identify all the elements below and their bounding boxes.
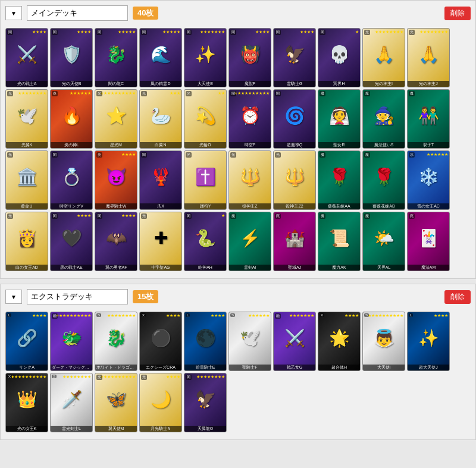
card-item[interactable]: ★★★★★★★★★★S👼大天使I (362, 312, 405, 371)
card-item[interactable]: ★★★★★★★融⚔️戦乙女G (273, 312, 316, 371)
card-item[interactable]: ★★★★★★★★★★光🦋翼天使M (95, 373, 137, 432)
card-item[interactable]: 罠🏰聖域AJ (273, 212, 316, 271)
card-label: 翼天使M (95, 426, 137, 432)
card-item[interactable]: ★★★★★★水❄️雪の女王AC (407, 150, 450, 210)
card-art: 🖤 (51, 212, 92, 265)
card-item[interactable]: ★★★★L🌑暗黒騎士E (184, 312, 227, 371)
card-inner: ★★★★X🌟超合体H (318, 312, 360, 370)
card-type-badge: 闇 (52, 213, 58, 219)
card-item[interactable]: ★★★★L🔗リンクA (5, 312, 48, 371)
card-inner: ★★★★★★★★光🙏光の神主J (408, 29, 449, 87)
card-label: ダーク・マジック・ドラゴン (51, 365, 92, 370)
card-item[interactable]: ★★★★★★炎🔥炎の神L (50, 89, 93, 149)
card-item[interactable]: 魔📜魔力AK (318, 212, 361, 271)
card-item[interactable]: ★★★★★★★★★★闇⏰時空P (228, 89, 271, 149)
card-item[interactable]: ★★★★闇🦇翼の勇者AF (95, 212, 137, 271)
card-item[interactable]: ★★★★★闇🐉闇の龍C (95, 28, 137, 87)
card-item[interactable]: ★★★光🦢白翼N (139, 89, 182, 149)
card-inner: ★★★★闇🖤黒の戦士AE (51, 212, 92, 271)
card-item[interactable]: 闇🌀超魔導Q (273, 89, 316, 149)
card-art: 🏛️ (6, 151, 48, 203)
card-inner: 光🔱役神主Z (229, 151, 271, 209)
card-item[interactable]: 魔👫双子T (407, 89, 450, 149)
card-inner: 闇🦞爪X (140, 151, 181, 209)
card-art: 🐉 (95, 312, 137, 365)
extra-deck-name-input[interactable] (27, 289, 128, 304)
card-item[interactable]: 魔🌹薔薇花嫁AA (318, 150, 361, 210)
card-type-badge: 罠 (409, 213, 415, 219)
card-item[interactable]: 罠🃏魔法AM (407, 212, 450, 271)
card-item[interactable]: ★闇🐍蛇神AH (184, 212, 227, 271)
card-item[interactable]: 魔🌤️天界AL (362, 212, 405, 271)
card-item[interactable]: 光✚十字架AG (139, 212, 182, 271)
card-item[interactable]: ★★★★闇🖤黒の戦士AE (50, 212, 93, 271)
card-art: ⭐ (95, 90, 137, 142)
card-item[interactable]: 光🔱役神主Z (228, 150, 271, 210)
card-label: 光の戦士A (6, 81, 48, 87)
card-type-badge: L (186, 313, 190, 317)
card-item[interactable]: 魔⚡霊剣AI (228, 212, 271, 271)
card-item[interactable]: ★★光💫光輪O (184, 89, 227, 149)
card-art: 🐲 (51, 312, 92, 365)
main-deck-name-input[interactable] (27, 5, 128, 21)
card-item[interactable]: ★★★★光🌙月光騎士N (139, 373, 182, 432)
card-item[interactable]: 魔🧙魔法使いS (362, 89, 405, 149)
card-type-badge: 光 (96, 91, 102, 96)
card-item[interactable]: ★★★★★★★★★★融🐲ダーク・マジック・ドラゴン (50, 312, 93, 371)
card-item[interactable]: ★★★★炎😈魔界騎士W (95, 150, 137, 210)
card-item[interactable]: 魔👰聖女R (318, 89, 361, 149)
card-type-badge: 光 (141, 213, 147, 219)
main-deck-dropdown[interactable]: ▼ (5, 6, 22, 20)
card-item[interactable]: ★★★★X⚫エクシーズCRA (139, 312, 182, 371)
card-item[interactable]: 魔🌹薔薇花嫁AB (362, 150, 405, 210)
card-stars: ★★★★★★★★★★ (100, 375, 136, 379)
card-type-badge: 光 (7, 91, 13, 96)
card-item[interactable]: ★★★★闇⚔️光の戦士A (5, 28, 48, 87)
card-item[interactable]: 闇🦞爪X (139, 150, 182, 210)
card-inner: 闇💍時空リングV (51, 151, 92, 209)
card-item[interactable]: ★★★★闇🦅霊騎士G (273, 28, 316, 87)
card-art: 🌊 (140, 29, 181, 81)
card-item[interactable]: ★★★★闇👹魔獣F (228, 28, 271, 87)
card-item[interactable]: ★★★★★★★闇✨大天使E (184, 28, 227, 87)
card-item[interactable]: ★★★★★★★★★★X👑光の女王K (5, 373, 48, 432)
card-item[interactable]: ★★★★★★★★光🙏光の神主I (362, 28, 405, 87)
card-art: 🌟 (318, 312, 360, 365)
card-label: 大天使I (363, 365, 405, 370)
card-art: 👼 (363, 312, 405, 365)
card-stars: ★★★★★★★★ (419, 30, 448, 34)
card-item[interactable]: ★★★★★★★★光🙏光の神主J (407, 28, 450, 87)
card-item[interactable]: 光🔱役神主Z2 (273, 150, 316, 210)
extra-deck-cards-grid: ★★★★L🔗リンクA★★★★★★★★★★融🐲ダーク・マジック・ドラゴン★★★★★… (5, 309, 471, 435)
card-art: 🌤️ (363, 212, 405, 265)
card-item[interactable]: ★★★★★★★★S🐉ホワイト・ドラゴンB (95, 312, 137, 371)
card-item[interactable]: 闇💍時空リングV (50, 150, 93, 210)
extra-deck-dropdown[interactable]: ▼ (5, 290, 22, 304)
card-item[interactable]: ★★★★★★★★S🗡️霊光剣士L (50, 373, 93, 432)
card-inner: ★闇🐍蛇神AH (184, 212, 226, 271)
card-item[interactable]: ★★★★★★S🕊️聖騎士F (228, 312, 271, 371)
card-item[interactable]: ★★★★★★★★闇🦅天翼龍O (184, 373, 227, 432)
card-type-badge: 闇 (186, 213, 192, 219)
card-type-badge: 光 (141, 375, 147, 380)
card-art: 👑 (6, 373, 48, 426)
dropdown-arrow-icon-extra: ▼ (11, 294, 17, 300)
card-label: 月光騎士N (140, 426, 181, 432)
card-item[interactable]: ★★★★闇🛡️光の天使B (50, 28, 93, 87)
card-item[interactable]: 光🏛️黄金U (5, 150, 48, 210)
extra-deck-delete-button[interactable]: 削除 (444, 290, 471, 304)
card-type-badge: 光 (7, 152, 13, 158)
card-type-badge: 闇 (275, 91, 281, 96)
card-item[interactable]: ★★★★★闇🌊風の精霊D (139, 28, 182, 87)
card-item[interactable]: 光👸白の女王AD (5, 212, 48, 271)
card-item[interactable]: ★★★★L✨超大天使J (407, 312, 450, 371)
card-stars: ★★★★★★★★ (107, 313, 136, 318)
card-item[interactable]: ★闇💀冥界H (318, 28, 361, 87)
card-item[interactable]: ★★★★★★★★★★光⭐星光M (95, 89, 137, 149)
card-item[interactable]: ★★★★★★★★光🕊️光翼K (5, 89, 48, 149)
card-item[interactable]: 光✝️護符Y (184, 150, 227, 210)
main-deck-delete-button[interactable]: 削除 (444, 7, 471, 20)
card-label: 星光M (95, 142, 137, 148)
card-inner: ★★★★★闇🐉闇の龍C (95, 29, 137, 87)
card-item[interactable]: ★★★★X🌟超合体H (318, 312, 361, 371)
